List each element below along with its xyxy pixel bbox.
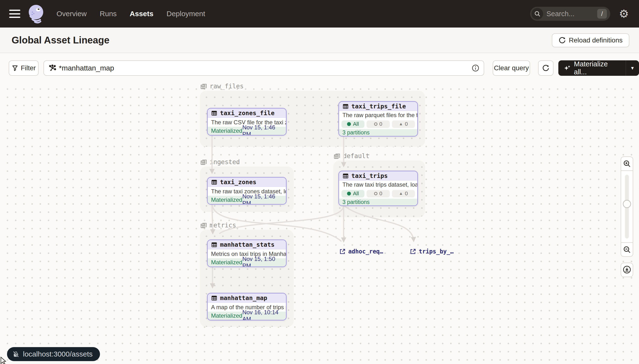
- status-badge: Materialized: [211, 128, 242, 134]
- reload-icon: [558, 37, 566, 44]
- mouse-cursor: [0, 357, 7, 364]
- funnel-icon: [12, 65, 18, 72]
- lineage-edges: [0, 82, 639, 364]
- tab-deployment[interactable]: Deployment: [166, 10, 205, 18]
- partitions-missing-badge: ▲ 0: [392, 120, 415, 128]
- zoom-out-icon: [623, 246, 631, 254]
- zoom-slider[interactable]: [621, 171, 633, 242]
- partition-health-badges: All 0 ▲ 0: [339, 119, 417, 129]
- asset-node-manhattan-stats[interactable]: manhattan_stats Metrics on taxi trips in…: [207, 240, 287, 267]
- asset-selection-input-box: [44, 60, 484, 76]
- ring-icon: [374, 192, 377, 195]
- table-icon: [211, 242, 217, 248]
- materialization-time: Nov 15, 1:46 PM: [242, 193, 283, 205]
- tab-assets[interactable]: Assets: [130, 10, 153, 18]
- ring-icon: [374, 122, 377, 126]
- dagster-logo: [27, 4, 45, 24]
- reload-definitions-button[interactable]: Reload definitions: [552, 33, 629, 47]
- browser-url-overlay: localhost:3000/assets: [7, 347, 100, 361]
- refresh-button[interactable]: [538, 60, 553, 76]
- sparkles-icon: [564, 64, 571, 72]
- lineage-canvas[interactable]: raw_files ingested default metrics: [0, 82, 639, 364]
- asset-node-taxi-trips-file[interactable]: taxi_trips_file The raw parquet files fo…: [338, 101, 418, 136]
- status-badge: Materialized: [211, 196, 242, 203]
- partitions-failed-badge: 0: [367, 120, 390, 128]
- partition-health-badges: All 0 ▲ 0: [339, 188, 417, 199]
- table-icon: [342, 173, 349, 179]
- zoom-in-icon: [623, 160, 631, 168]
- page-header: Global Asset Lineage Reload definitions: [0, 28, 639, 53]
- external-link-icon: [339, 248, 346, 255]
- filter-button[interactable]: Filter: [9, 60, 39, 76]
- global-search[interactable]: /: [530, 7, 610, 21]
- asset-name: taxi_zones: [220, 178, 256, 186]
- asset-name: taxi_trips: [351, 172, 388, 179]
- materialize-all-split-button: Materialize all... ▾: [558, 60, 639, 76]
- triangle-icon: ▲: [399, 122, 403, 126]
- external-link-icon: [410, 248, 416, 255]
- asset-selection-input[interactable]: [59, 64, 472, 72]
- asset-description: The raw parquet files for the taxi trips…: [339, 111, 417, 119]
- status-badge: Materialized: [211, 259, 242, 266]
- table-icon: [211, 110, 217, 116]
- op-selector-icon: [48, 64, 57, 72]
- external-asset-adhoc-request[interactable]: adhoc_req…: [339, 248, 383, 255]
- partitions-count: 3 partitions: [339, 129, 417, 136]
- asset-name: manhattan_map: [220, 294, 267, 302]
- asset-name: taxi_zones_file: [220, 110, 275, 116]
- zoom-slider-handle[interactable]: [623, 200, 631, 208]
- partitions-failed-badge: 0: [367, 190, 390, 198]
- asset-node-manhattan-map[interactable]: manhattan_map A map of the number of tri…: [207, 293, 287, 320]
- asset-name: manhattan_stats: [220, 241, 275, 248]
- materialization-time: Nov 15, 1:46 PM: [242, 124, 283, 136]
- materialize-dropdown-caret[interactable]: ▾: [626, 60, 639, 76]
- top-nav: Overview Runs Assets Deployment / ⚙: [0, 0, 639, 28]
- tab-overview[interactable]: Overview: [57, 10, 87, 18]
- search-icon: [531, 8, 543, 20]
- partitions-all-badge: All: [341, 120, 364, 128]
- page-title: Global Asset Lineage: [12, 35, 109, 46]
- status-badge: Materialized: [211, 312, 242, 319]
- search-shortcut-badge: /: [597, 9, 607, 18]
- success-dot-icon: [347, 192, 351, 196]
- lineage-toolbar: Filter Clear query: [0, 53, 639, 82]
- asset-node-taxi-zones[interactable]: taxi_zones The raw taxi zones dataset, l…: [207, 177, 287, 205]
- materialization-time: Nov 15, 1:50 PM: [242, 256, 283, 267]
- partitions-missing-badge: ▲ 0: [392, 190, 415, 198]
- triangle-icon: ▲: [399, 191, 403, 196]
- info-icon[interactable]: [472, 64, 479, 72]
- table-icon: [211, 295, 217, 301]
- zoom-out-button[interactable]: [621, 242, 633, 257]
- refresh-icon: [542, 64, 549, 72]
- download-image-button[interactable]: [621, 262, 633, 277]
- external-asset-trips-by[interactable]: trips_by_…: [410, 248, 454, 255]
- asset-description: The raw taxi trips dataset, loaded into …: [339, 180, 417, 188]
- zoom-in-button[interactable]: [621, 156, 633, 171]
- table-icon: [342, 103, 349, 110]
- partitions-count: 3 partitions: [339, 199, 417, 206]
- tab-runs[interactable]: Runs: [100, 10, 117, 18]
- partitions-all-badge: All: [341, 190, 364, 198]
- clear-query-button[interactable]: Clear query: [493, 60, 530, 76]
- url-text: localhost:3000/assets: [23, 350, 93, 358]
- nav-tabs: Overview Runs Assets Deployment: [57, 10, 205, 18]
- download-icon: [622, 265, 631, 274]
- insecure-lock-icon: [12, 350, 20, 358]
- materialization-time: Nov 16, 10:14 AM: [242, 309, 283, 320]
- success-dot-icon: [347, 122, 351, 126]
- materialize-all-button[interactable]: Materialize all...: [558, 60, 626, 76]
- asset-node-taxi-trips[interactable]: taxi_trips The raw taxi trips dataset, l…: [338, 171, 418, 206]
- menu-icon[interactable]: [9, 10, 20, 18]
- zoom-controls: [621, 156, 633, 257]
- search-input[interactable]: [546, 10, 587, 18]
- gear-icon[interactable]: ⚙: [619, 8, 629, 19]
- asset-name: taxi_trips_file: [351, 103, 406, 110]
- table-icon: [211, 179, 217, 186]
- asset-node-taxi-zones-file[interactable]: taxi_zones_file The raw CSV file for the…: [207, 108, 287, 136]
